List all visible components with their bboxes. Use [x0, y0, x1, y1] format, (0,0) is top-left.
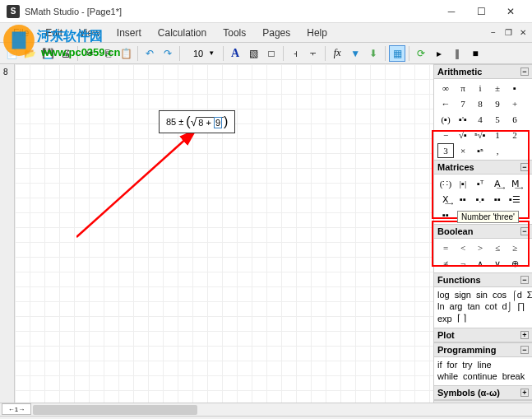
maximize-button[interactable]: ☐ — [466, 0, 496, 23]
btn-3[interactable]: 3 — [437, 143, 454, 158]
redo-button[interactable]: ↷ — [160, 45, 176, 62]
fn-arg[interactable]: arg — [450, 301, 463, 311]
close-button[interactable]: ✕ — [496, 0, 525, 23]
page-indicator[interactable]: ←1→ — [2, 403, 31, 415]
btn-vec-m[interactable]: M͢ — [507, 176, 523, 191]
expand-icon[interactable]: + — [520, 331, 529, 339]
btn-not[interactable]: ¬ — [455, 256, 471, 271]
btn-gt[interactable]: > — [472, 240, 488, 255]
btn-ge[interactable]: ≥ — [507, 240, 523, 255]
fn-log[interactable]: log — [437, 290, 450, 300]
btn-and[interactable]: ∧ — [472, 256, 488, 271]
copy-button[interactable]: ⎘ — [99, 45, 116, 62]
prog-line[interactable]: line — [478, 360, 492, 370]
btn-8[interactable]: 8 — [472, 96, 488, 111]
btn-plus[interactable]: + — [507, 96, 523, 111]
plugin-button[interactable]: ⬇ — [365, 45, 382, 62]
btn-matrix[interactable]: (∷) — [437, 176, 454, 191]
expand-icon[interactable]: + — [520, 389, 529, 397]
align-center-button[interactable]: ⫟ — [305, 45, 322, 62]
function-button[interactable]: fx — [329, 45, 345, 62]
menu-insert[interactable]: Insert — [109, 25, 150, 41]
save-button[interactable]: 💾 — [39, 45, 56, 62]
btn-1[interactable]: 1 — [489, 128, 506, 142]
btn-eq[interactable]: = — [437, 240, 454, 255]
btn-sqrt[interactable]: √▪ — [455, 128, 471, 142]
btn-comma[interactable]: , — [489, 143, 506, 158]
btn-back[interactable]: ← — [437, 96, 454, 111]
fn-int[interactable]: d⌡ — [502, 301, 512, 311]
btn-ne[interactable]: ≠ — [437, 256, 454, 271]
paste-button[interactable]: 📋 — [118, 45, 134, 62]
btn-m5[interactable]: ▪▪ — [437, 207, 454, 222]
bg-color-button[interactable]: ▧ — [245, 45, 261, 62]
btn-m4[interactable]: ▪☰ — [507, 192, 523, 207]
formula-box[interactable]: 85 ± ( 8 + 9 ) — [159, 110, 235, 133]
symbols-lower-panel-header[interactable]: Symbols (α-ω)+ — [434, 385, 532, 400]
refresh-button[interactable]: ⟳ — [413, 45, 429, 62]
btn-5[interactable]: 5 — [489, 112, 506, 127]
minimize-button[interactable]: ─ — [437, 0, 466, 23]
btn-infinity[interactable]: ∞ — [437, 81, 454, 95]
btn-plusminus[interactable]: ± — [489, 81, 506, 95]
matrices-panel-header[interactable]: Matrices− — [434, 160, 532, 175]
btn-vec-a[interactable]: A͢ — [489, 176, 506, 191]
boolean-panel-header[interactable]: Boolean− — [434, 224, 532, 239]
undo-button[interactable]: ↶ — [141, 45, 158, 62]
btn-m1[interactable]: ▪▪ — [455, 192, 471, 207]
mdi-restore-button[interactable]: ❐ — [502, 27, 514, 39]
programming-panel-header[interactable]: Programming− — [434, 342, 532, 357]
cut-button[interactable]: ✂ — [81, 45, 98, 62]
btn-7[interactable]: 7 — [455, 96, 471, 111]
fn-sum[interactable]: Σ — [527, 290, 532, 300]
btn-i[interactable]: i — [472, 81, 488, 95]
btn-2[interactable]: 2 — [507, 128, 523, 142]
prog-for[interactable]: for — [447, 360, 458, 370]
worksheet-canvas[interactable]: 85 ± ( 8 + 9 ) — [15, 64, 433, 403]
font-size-control[interactable]: 10 ▼ — [183, 49, 220, 58]
prog-break[interactable]: break — [502, 371, 525, 381]
pause-button[interactable]: ‖ — [449, 45, 465, 62]
btn-lt[interactable]: < — [455, 240, 471, 255]
horizontal-scrollbar[interactable]: ←1→ — [0, 403, 532, 416]
scroll-thumb[interactable] — [33, 405, 197, 415]
play-button[interactable]: ▸ — [431, 45, 447, 62]
align-left-button[interactable]: ⫞ — [287, 45, 303, 62]
btn-paren[interactable]: (▪) — [437, 112, 454, 127]
btn-minus[interactable]: − — [437, 128, 454, 142]
menu-tools[interactable]: Tools — [215, 25, 254, 41]
fn-cos[interactable]: cos — [493, 290, 507, 300]
btn-m3[interactable]: ▪▪ — [489, 192, 506, 207]
print-button[interactable]: 🖨 — [58, 45, 74, 62]
grid-button[interactable]: ▦ — [389, 45, 405, 62]
btn-transpose[interactable]: ▪ᵀ — [472, 176, 488, 191]
filter-button[interactable]: ▼ — [347, 45, 363, 62]
btn-times[interactable]: × — [455, 143, 471, 158]
fn-exp[interactable]: exp — [437, 314, 452, 324]
collapse-icon[interactable]: − — [520, 163, 529, 171]
btn-or[interactable]: ∨ — [489, 256, 506, 271]
stop-button[interactable]: ■ — [467, 45, 483, 62]
text-color-button[interactable]: A — [227, 45, 243, 62]
btn-le[interactable]: ≤ — [489, 240, 506, 255]
menu-calculation[interactable]: Calculation — [150, 25, 215, 41]
btn-vec-x[interactable]: X͢ — [437, 192, 454, 207]
btn-m2[interactable]: ▪.▪ — [472, 192, 488, 207]
btn-det[interactable]: |▪| — [455, 176, 471, 191]
btn-4[interactable]: 4 — [472, 112, 488, 127]
fn-prod[interactable]: ∏ — [517, 301, 525, 311]
prog-try[interactable]: try — [462, 360, 472, 370]
border-button[interactable]: □ — [263, 45, 280, 62]
open-button[interactable]: 📂 — [21, 45, 38, 62]
new-button[interactable]: 📄 — [3, 45, 20, 62]
plot-panel-header[interactable]: Plot+ — [434, 328, 532, 342]
menu-file[interactable]: File — [5, 25, 37, 41]
collapse-icon[interactable]: − — [520, 68, 529, 76]
mdi-minimize-button[interactable]: − — [488, 27, 499, 39]
menu-help[interactable]: Help — [298, 25, 335, 41]
fn-ln[interactable]: ln — [437, 301, 445, 311]
arithmetic-panel-header[interactable]: Arithmetic− — [434, 64, 532, 79]
collapse-icon[interactable]: − — [520, 346, 529, 354]
menu-pages[interactable]: Pages — [254, 25, 298, 41]
fn-deriv[interactable]: ⌠d — [511, 290, 522, 300]
